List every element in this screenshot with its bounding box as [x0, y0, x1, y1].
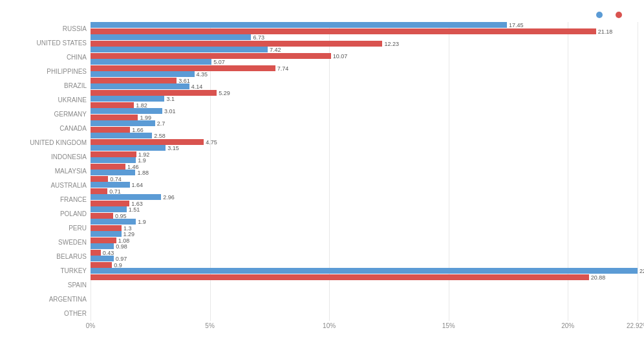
- bar-group: 22.9220.88: [91, 268, 638, 280]
- bar-players: 1.92: [91, 151, 136, 157]
- bar-players-label: 21.18: [596, 28, 613, 35]
- bar-players-label: 0.9: [112, 262, 122, 269]
- bar-players: 0.43: [91, 250, 101, 256]
- y-label: ARGENTINA: [6, 296, 87, 303]
- bar-owners-label: 1.9: [136, 219, 146, 225]
- x-tick: 10%: [323, 322, 336, 329]
- bar-row-owners: 22.92: [91, 268, 638, 274]
- bar-owners-label: 0.97: [114, 256, 127, 262]
- legend: [6, 12, 638, 18]
- bar-owners-label: 17.45: [507, 22, 524, 28]
- bar-row-owners: 0.98: [91, 243, 638, 249]
- bar-group: 17.4521.18: [91, 22, 638, 34]
- y-label: TURKEY: [6, 268, 87, 274]
- bar-row-owners: 4.14: [91, 83, 638, 89]
- bar-owners-label: 1.64: [130, 182, 144, 188]
- bar-group: 4.145.29: [91, 83, 638, 96]
- bar-players: 7.74: [91, 65, 275, 71]
- bar-owners: 5.07: [91, 59, 211, 65]
- y-label: BELARUS: [6, 254, 87, 260]
- bar-players: 3.61: [91, 78, 177, 83]
- bar-owners-label: 22.92: [638, 268, 644, 274]
- bar-players: 0.9: [91, 262, 112, 268]
- bar-group: 4.353.61: [91, 71, 638, 83]
- bar-row-owners: 1.88: [91, 170, 638, 175]
- y-label: CANADA: [6, 126, 87, 132]
- bar-group: 2.71.66: [91, 120, 638, 133]
- bar-group: 7.4210.07: [91, 47, 638, 59]
- bar-row-players: 20.88: [91, 274, 638, 280]
- bar-row-owners: 3.01: [91, 108, 638, 114]
- bar-group: 1.91.46: [91, 157, 638, 170]
- bar-owners-label: 1.9: [136, 157, 146, 164]
- bar-owners: 1.29: [91, 231, 122, 237]
- bar-row-owners: 2.7: [91, 120, 638, 126]
- x-tick: 0%: [86, 322, 95, 329]
- bar-players: 1.63: [91, 201, 129, 206]
- bar-players-label: 0.95: [113, 213, 127, 219]
- bar-players: 20.88: [91, 274, 589, 280]
- bar-group: 1.291.08: [91, 231, 638, 243]
- bar-players-label: 0.43: [101, 250, 114, 256]
- bar-row-players: 0.9: [91, 262, 638, 268]
- x-tick: 20%: [561, 322, 574, 329]
- bar-owners-label: 2.58: [152, 133, 166, 139]
- bar-players-label: 3.61: [177, 78, 190, 84]
- bar-owners-label: 5.07: [211, 59, 225, 65]
- bar-group: 5.077.74: [91, 59, 638, 71]
- bar-row-owners: 1.51: [91, 206, 638, 212]
- bar-row-owners: 2.58: [91, 133, 638, 138]
- bar-players: 10.07: [91, 53, 331, 59]
- bar-row-players: 0.74: [91, 176, 638, 182]
- bar-row-players: 1.08: [91, 237, 638, 243]
- bar-row-players: 7.74: [91, 65, 638, 71]
- bar-owners-label: 1.51: [127, 206, 140, 213]
- bar-owners: 4.14: [91, 83, 189, 89]
- bar-players-label: 1.66: [130, 127, 144, 133]
- chart-area: RUSSIAUNITED STATESCHINAPHILIPPINESBRAZI…: [6, 22, 638, 321]
- bar-players-label: 10.07: [331, 53, 348, 60]
- bar-owners-label: 1.88: [135, 170, 149, 176]
- legend-players: [616, 12, 625, 18]
- bar-players: 1.82: [91, 102, 134, 108]
- bar-group: 3.011.99: [91, 108, 638, 120]
- bar-players-label: 4.75: [204, 139, 217, 146]
- bar-row-players: 1.66: [91, 127, 638, 133]
- bar-owners: 3.1: [91, 96, 164, 102]
- y-label: RUSSIA: [6, 26, 87, 32]
- bar-owners: 3.15: [91, 145, 166, 151]
- bar-row-owners: 3.15: [91, 145, 638, 151]
- bar-owners-label: 3.01: [162, 108, 176, 115]
- bar-row-owners: 7.42: [91, 47, 638, 52]
- bar-row-owners: 1.29: [91, 231, 638, 237]
- players-dot: [616, 12, 622, 18]
- bar-row-players: 1.46: [91, 164, 638, 170]
- y-label: FRANCE: [6, 197, 87, 203]
- bar-owners-label: 2.96: [161, 194, 175, 201]
- bar-row-owners: 6.73: [91, 34, 638, 40]
- bar-players-label: 1.82: [134, 102, 147, 109]
- bar-owners: 6.73: [91, 34, 251, 40]
- x-tick: 5%: [205, 322, 214, 329]
- bar-owners: 7.42: [91, 47, 268, 52]
- bar-owners-label: 3.15: [166, 145, 179, 151]
- bar-row-players: 1.3: [91, 225, 638, 231]
- y-label: UNITED STATES: [6, 40, 87, 47]
- bar-owners: 1.64: [91, 182, 130, 188]
- bar-owners-label: 4.14: [189, 83, 203, 90]
- bar-row-owners: 5.07: [91, 59, 638, 65]
- bar-group: 3.11.82: [91, 96, 638, 108]
- y-label: OTHER: [6, 311, 87, 317]
- legend-owners: [596, 12, 605, 18]
- bar-group: 1.510.95: [91, 206, 638, 219]
- bar-owners: 4.35: [91, 71, 195, 77]
- bar-owners-label: 6.73: [251, 34, 264, 41]
- y-label: AUSTRALIA: [6, 182, 87, 189]
- bar-owners-label: 0.98: [114, 243, 127, 250]
- bar-owners-label: 3.1: [164, 96, 175, 102]
- bar-group: 1.91.3: [91, 219, 638, 231]
- y-label: PERU: [6, 225, 87, 232]
- bar-row-owners: 2.96: [91, 194, 638, 200]
- bar-players: 0.95: [91, 213, 113, 219]
- bar-owners: 0.98: [91, 243, 114, 249]
